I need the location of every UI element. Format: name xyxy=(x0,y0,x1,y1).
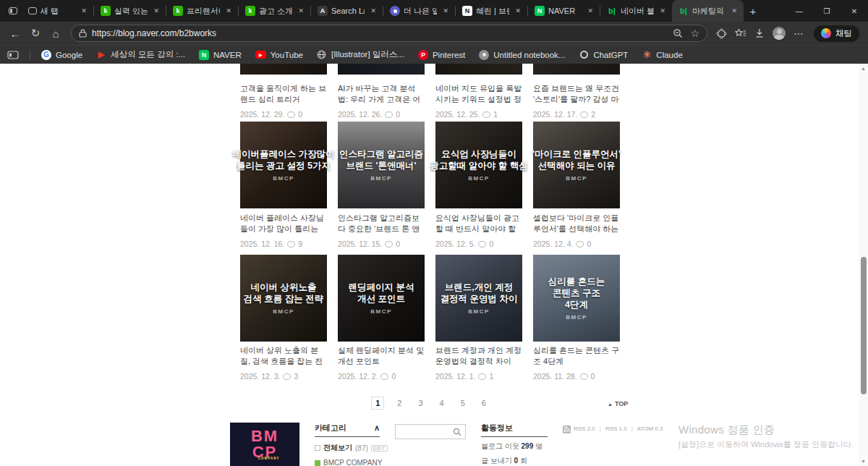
post-title-link[interactable]: 심리를 흔드는 콘텐츠 구조 4단계 xyxy=(533,345,620,367)
atom-link[interactable]: ATOM 0.3 xyxy=(637,425,663,432)
comment-count[interactable]: 0 xyxy=(587,240,591,248)
edit-badge[interactable]: EDIT xyxy=(371,445,388,452)
tab-close-icon[interactable]: ✕ xyxy=(151,7,161,15)
comment-count[interactable]: 0 xyxy=(298,110,302,119)
blog-search-box[interactable] xyxy=(395,424,466,439)
address-bar[interactable]: https://blog.naver.com/b2bworks ☆ xyxy=(71,25,707,42)
page-1[interactable]: 1 xyxy=(371,397,384,410)
bookmark-notebook[interactable]: Untitled notebook... xyxy=(479,50,565,60)
post-title-link[interactable]: 네이버 플레이스 사장님들이 가장 많이 틀리는 광고 설정 5가지 xyxy=(240,213,327,234)
bookmark-chatgpt[interactable]: ChatGPT xyxy=(579,50,628,60)
back-button[interactable]: ← xyxy=(6,24,25,43)
post-thumbnail[interactable]: 네이버플레이스 가장많이 틀리는 광고 설정 5가지 BMCP xyxy=(240,122,327,208)
post-title-link[interactable]: 셀럽보다 '마이크로 인플루언서'를 선택해야 하는 이유 xyxy=(533,213,620,234)
comment-count[interactable]: 0 xyxy=(489,240,493,248)
page-6[interactable]: 6 xyxy=(478,397,490,409)
favorites-bar-icon[interactable] xyxy=(735,28,746,38)
copilot-chat-button[interactable]: 채팅 xyxy=(814,25,859,42)
page-5[interactable]: 5 xyxy=(457,397,469,409)
page-2[interactable]: 2 xyxy=(393,397,405,409)
scrollbar-thumb[interactable] xyxy=(861,257,867,394)
zoom-out-icon[interactable] xyxy=(673,28,683,38)
maximize-button[interactable]: ❐ xyxy=(813,0,841,22)
comment-count[interactable]: 0 xyxy=(591,372,595,381)
post-title-link[interactable]: 실제 랜딩페이지 분석 및 개선 포인트 xyxy=(338,345,425,367)
post-thumbnail[interactable]: 랜딩페이지 분석 개선 포인트 BMCP xyxy=(338,255,425,342)
scrollbar-up-icon[interactable]: ▲ xyxy=(859,66,868,71)
bookmark-youtube[interactable]: ▶ YouTube xyxy=(255,51,303,59)
page-scrollbar[interactable]: ▲ ▼ xyxy=(859,64,868,466)
search-icon[interactable] xyxy=(453,428,461,436)
tab-close-icon[interactable]: ✕ xyxy=(585,7,595,15)
post-thumbnail[interactable]: 네이버 상위노출 검색 흐름 잡는 전략 BMCP xyxy=(240,255,327,342)
tab-daily[interactable]: 더 나은 일상 ✕ xyxy=(383,0,455,22)
post-title-link[interactable]: 요식업 사장님들이 광고할 때 반드시 알아야 할 핵심 xyxy=(435,213,522,234)
post-thumbnail[interactable] xyxy=(240,64,327,75)
comment-count[interactable]: 0 xyxy=(396,110,400,119)
comment-count[interactable]: 2 xyxy=(591,110,595,119)
tab-close-icon[interactable]: ✕ xyxy=(368,7,378,15)
tab-list-button[interactable] xyxy=(4,3,22,19)
bookmark-pinterest[interactable]: P Pinterest xyxy=(418,50,465,60)
tab-close-icon[interactable]: ✕ xyxy=(513,7,523,15)
tab-kmong-1[interactable]: k 실력 있는 전문 ✕ xyxy=(94,0,166,22)
category-item-company[interactable]: BMCP COMPANY xyxy=(315,459,380,466)
post-thumbnail[interactable]: 인스타그램 알고리즘 브랜드 '톤앤매너' BMCP xyxy=(338,122,425,208)
tab-kmong-2[interactable]: k 프리랜서마켓 ✕ xyxy=(166,0,238,22)
post-title-link[interactable]: AI가 바꾸는 고객 분석 법: 우리 가게 고객은 어떤 사람인가? xyxy=(338,83,425,105)
category-header[interactable]: 카테고리 ∧ xyxy=(315,423,380,437)
post-title-link[interactable]: 고객을 움직이게 하는 브랜드 심리 트리거 xyxy=(240,83,327,105)
post-thumbnail[interactable] xyxy=(533,64,620,75)
tab-close-icon[interactable]: ✕ xyxy=(224,7,234,15)
tab-close-icon[interactable]: ✕ xyxy=(441,7,451,15)
post-title-link[interactable]: 네이버 지도 유입을 폭발시키는 키워드 설정법 정리 xyxy=(435,83,522,105)
post-title-link[interactable]: 인스타그램 알고리즘보다 중요한 '브랜드 톤 앤 매너' xyxy=(338,213,425,234)
scrollbar-down-icon[interactable]: ▼ xyxy=(859,459,868,464)
tab-new-tab[interactable]: 새 탭 ✕ xyxy=(22,0,93,22)
category-all-label[interactable]: 전체보기 xyxy=(323,443,352,453)
comment-count[interactable]: 3 xyxy=(294,372,298,381)
tab-naver[interactable]: N NAVER ✕ xyxy=(528,0,600,22)
category-company-label[interactable]: BMCP COMPANY xyxy=(323,459,382,466)
comment-count[interactable]: 9 xyxy=(298,240,302,248)
post-thumbnail[interactable] xyxy=(338,64,425,75)
blog-search-input[interactable] xyxy=(399,428,450,436)
bookmark-google[interactable]: G Google xyxy=(41,50,82,60)
rss-1-link[interactable]: RSS 1.0 xyxy=(605,425,627,432)
url-text[interactable]: https://blog.naver.com/b2bworks xyxy=(92,28,668,38)
post-title-link[interactable]: 요즘 브랜드는 왜 무조건 '스토리'를 팔까? 감성 마케팅 공식 xyxy=(533,83,620,105)
bookmark-lectures[interactable]: ▶ 세상의 모든 강의 :... xyxy=(96,49,185,60)
bookmark-claude[interactable]: ✳ Claude xyxy=(642,50,682,60)
tab-close-icon[interactable]: ✕ xyxy=(79,7,89,15)
post-thumbnail[interactable]: 요식업 사장님들이 광고할때 알아야 할 핵심 BMCP xyxy=(435,122,522,208)
scroll-to-top-button[interactable]: ▲ TOP xyxy=(608,400,628,407)
post-thumbnail[interactable]: 심리를 흔드는 콘텐츠 구조 4단계 BMCP xyxy=(533,255,620,342)
tab-search-labs[interactable]: A Search Labs ✕ xyxy=(311,0,383,22)
bookmark-naver[interactable]: N NAVER xyxy=(199,50,242,60)
favorite-star-icon[interactable]: ☆ xyxy=(690,27,699,39)
bookmark-illustrator[interactable]: [Illustrator] 일러스... xyxy=(317,49,404,60)
downloads-icon[interactable] xyxy=(754,28,765,38)
page-3[interactable]: 3 xyxy=(414,397,426,409)
comment-count[interactable]: 0 xyxy=(391,372,396,381)
tab-close-icon[interactable]: ✕ xyxy=(729,7,739,15)
tab-close-icon[interactable]: ✕ xyxy=(658,7,668,15)
new-tab-button[interactable]: + xyxy=(744,1,762,20)
bookmarks-panel-icon[interactable] xyxy=(7,51,19,59)
post-title-link[interactable]: 네이버 상위 노출의 본질, 검색 흐름을 잡는 전략 xyxy=(240,345,327,367)
category-item-all[interactable]: 전체보기 (87) EDIT xyxy=(315,443,380,453)
post-thumbnail[interactable]: '마이크로 인플루언서' 선택해야 되는 이유 BMCP xyxy=(533,122,620,208)
page-4[interactable]: 4 xyxy=(436,397,448,409)
home-button[interactable]: ⌂ xyxy=(46,24,65,43)
rss-2-link[interactable]: RSS 2.0 xyxy=(574,425,595,432)
tab-kmong-3[interactable]: k 광고 소개 페이 ✕ xyxy=(239,0,310,22)
window-close-button[interactable]: ✕ xyxy=(841,0,868,22)
tab-notion[interactable]: N 혜린 | 브랜드 ✕ xyxy=(456,0,527,22)
refresh-button[interactable]: ↻ xyxy=(26,24,45,43)
extensions-icon[interactable] xyxy=(716,28,727,39)
post-thumbnail[interactable] xyxy=(435,64,522,75)
lock-icon[interactable] xyxy=(79,29,87,38)
profile-avatar[interactable] xyxy=(773,27,786,40)
comment-count[interactable]: 1 xyxy=(493,110,498,119)
post-title-link[interactable]: 브랜드 계정과 개인 계정 운영법의 결정적 차이 xyxy=(435,345,522,367)
